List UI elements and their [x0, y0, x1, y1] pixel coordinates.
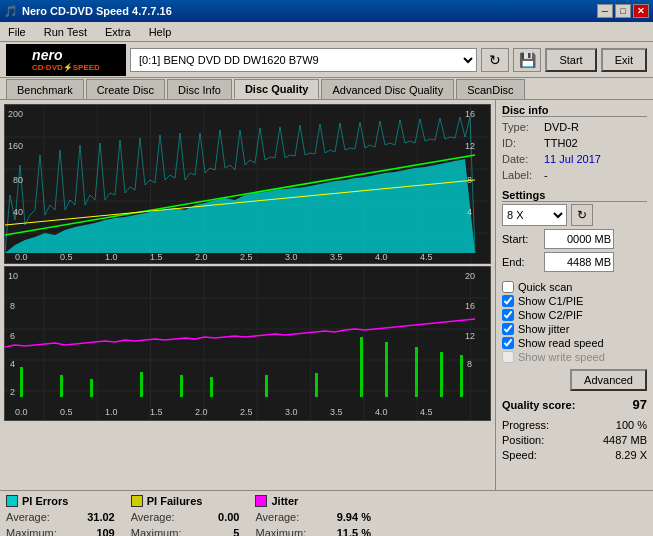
exit-button[interactable]: Exit: [601, 48, 647, 72]
pi-failures-max-row: Maximum: 5: [131, 525, 240, 536]
save-button[interactable]: 💾: [513, 48, 541, 72]
show-jitter-row: Show jitter: [502, 323, 647, 335]
minimize-button[interactable]: ─: [597, 4, 613, 18]
right-panel: Disc info Type: DVD-R ID: TTH02 Date: 11…: [495, 100, 653, 490]
label-value: -: [544, 167, 548, 183]
pi-failures-avg-row: Average: 0.00: [131, 509, 240, 525]
settings-refresh-button[interactable]: ↻: [571, 204, 593, 226]
tab-benchmark[interactable]: Benchmark: [6, 79, 84, 99]
menu-help[interactable]: Help: [145, 25, 176, 39]
tab-scandisc[interactable]: ScanDisc: [456, 79, 524, 99]
svg-rect-56: [315, 373, 318, 397]
svg-rect-54: [210, 377, 213, 397]
id-label: ID:: [502, 135, 540, 151]
app-icon: 🎵: [4, 5, 18, 18]
svg-text:1.0: 1.0: [105, 252, 118, 262]
tab-disc-info[interactable]: Disc Info: [167, 79, 232, 99]
start-label: Start:: [502, 233, 540, 245]
tab-disc-quality[interactable]: Disc Quality: [234, 79, 320, 99]
quick-scan-checkbox[interactable]: [502, 281, 514, 293]
svg-text:16: 16: [465, 301, 475, 311]
speed-row: 8 X 2 X 4 X MAX ↻: [502, 204, 647, 226]
jitter-label: Jitter: [271, 495, 298, 507]
pi-errors-avg-label: Average:: [6, 509, 50, 525]
menu-extra[interactable]: Extra: [101, 25, 135, 39]
show-read-speed-row: Show read speed: [502, 337, 647, 349]
bottom-chart: 10 8 6 4 2 20 16 12 8 0.0 0.5 1.0 1.5 2.…: [4, 266, 491, 421]
tab-create-disc[interactable]: Create Disc: [86, 79, 165, 99]
disc-date-row: Date: 11 Jul 2017: [502, 151, 647, 167]
refresh-button[interactable]: ↻: [481, 48, 509, 72]
svg-text:80: 80: [13, 175, 23, 185]
svg-rect-53: [180, 375, 183, 397]
end-row: End:: [502, 252, 647, 272]
close-button[interactable]: ✕: [633, 4, 649, 18]
tab-advanced-disc-quality[interactable]: Advanced Disc Quality: [321, 79, 454, 99]
svg-text:8: 8: [467, 175, 472, 185]
start-input[interactable]: [544, 229, 614, 249]
jitter-avg-label: Average:: [255, 509, 299, 525]
svg-text:2.5: 2.5: [240, 252, 253, 262]
pi-failures-max-label: Maximum:: [131, 525, 182, 536]
id-value: TTH02: [544, 135, 578, 151]
pi-failures-color: [131, 495, 143, 507]
svg-text:3.5: 3.5: [330, 407, 343, 417]
quality-score-label: Quality score:: [502, 399, 575, 411]
show-write-speed-checkbox: [502, 351, 514, 363]
speed-select[interactable]: 8 X 2 X 4 X MAX: [502, 204, 567, 226]
pi-errors-color: [6, 495, 18, 507]
svg-text:3.5: 3.5: [330, 252, 343, 262]
settings-title: Settings: [502, 189, 647, 202]
disc-info-section: Disc info Type: DVD-R ID: TTH02 Date: 11…: [502, 104, 647, 183]
drive-select[interactable]: [0:1] BENQ DVD DD DW1620 B7W9: [130, 48, 477, 72]
show-write-speed-row: Show write speed: [502, 351, 647, 363]
svg-text:8: 8: [10, 301, 15, 311]
pi-failures-max-value: 5: [189, 525, 239, 536]
jitter-header: Jitter: [255, 495, 370, 507]
disc-label-row: Label: -: [502, 167, 647, 183]
maximize-button[interactable]: □: [615, 4, 631, 18]
start-button[interactable]: Start: [545, 48, 596, 72]
quality-score-row: Quality score: 97: [502, 397, 647, 412]
svg-text:3.0: 3.0: [285, 407, 298, 417]
svg-text:4.5: 4.5: [420, 407, 433, 417]
svg-text:4.5: 4.5: [420, 252, 433, 262]
show-jitter-checkbox[interactable]: [502, 323, 514, 335]
pi-failures-header: PI Failures: [131, 495, 240, 507]
pi-failures-stats: Average: 0.00 Maximum: 5 Total: 548: [131, 509, 240, 536]
svg-text:10: 10: [8, 271, 18, 281]
pi-errors-group: PI Errors Average: 31.02 Maximum: 109 To…: [6, 495, 115, 536]
title-bar-buttons: ─ □ ✕: [597, 4, 649, 18]
checkboxes-section: Quick scan Show C1/PIE Show C2/PIF Show …: [502, 281, 647, 365]
svg-text:1.5: 1.5: [150, 407, 163, 417]
svg-rect-60: [440, 352, 443, 397]
show-c2-row: Show C2/PIF: [502, 309, 647, 321]
svg-text:1.0: 1.0: [105, 407, 118, 417]
svg-text:12: 12: [465, 141, 475, 151]
menu-file[interactable]: File: [4, 25, 30, 39]
show-c2-checkbox[interactable]: [502, 309, 514, 321]
end-input[interactable]: [544, 252, 614, 272]
pi-errors-max-label: Maximum:: [6, 525, 57, 536]
svg-rect-57: [360, 337, 363, 397]
stats-bar: PI Errors Average: 31.02 Maximum: 109 To…: [0, 490, 653, 536]
svg-rect-61: [460, 355, 463, 397]
svg-rect-58: [385, 342, 388, 397]
show-c1-checkbox[interactable]: [502, 295, 514, 307]
svg-rect-49: [20, 367, 23, 397]
tabs: Benchmark Create Disc Disc Info Disc Qua…: [0, 78, 653, 100]
svg-text:8: 8: [467, 359, 472, 369]
advanced-button[interactable]: Advanced: [570, 369, 647, 391]
show-read-speed-checkbox[interactable]: [502, 337, 514, 349]
settings-section: Settings 8 X 2 X 4 X MAX ↻ Start: End:: [502, 189, 647, 275]
svg-text:4.0: 4.0: [375, 407, 388, 417]
pi-failures-avg-value: 0.00: [189, 509, 239, 525]
title-text: Nero CD-DVD Speed 4.7.7.16: [22, 5, 172, 17]
progress-label: Progress:: [502, 418, 549, 433]
main-content: 200 160 80 40 16 12 8 4 0.0 0.5 1.0 1.5 …: [0, 100, 653, 490]
menu-run-test[interactable]: Run Test: [40, 25, 91, 39]
svg-rect-55: [265, 375, 268, 397]
svg-text:1.5: 1.5: [150, 252, 163, 262]
date-label: Date:: [502, 151, 540, 167]
progress-value: 100 %: [616, 418, 647, 433]
